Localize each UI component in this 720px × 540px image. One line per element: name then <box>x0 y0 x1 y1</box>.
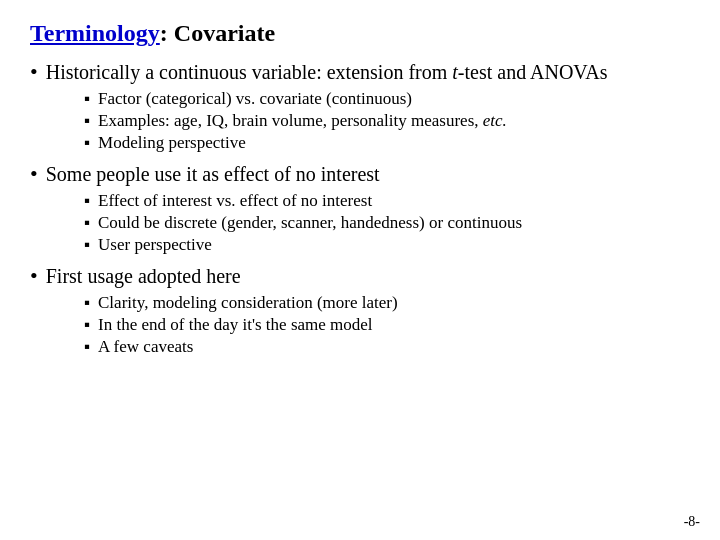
sub-text: Effect of interest vs. effect of no inte… <box>98 191 372 211</box>
sub-bullets-1: ▪ Factor (categorical) vs. covariate (co… <box>84 89 690 153</box>
sub-dash: ▪ <box>84 337 90 357</box>
bullet-section-2: • Some people use it as effect of no int… <box>30 163 690 255</box>
page-title: Terminology: Covariate <box>30 20 690 47</box>
sub-dash: ▪ <box>84 213 90 233</box>
sub-dash: ▪ <box>84 235 90 255</box>
sub-text: Factor (categorical) vs. covariate (cont… <box>98 89 412 109</box>
sub-text: Examples: age, IQ, brain volume, persona… <box>98 111 507 131</box>
list-item: ▪ Factor (categorical) vs. covariate (co… <box>84 89 690 109</box>
bullet-main-text-3: First usage adopted here <box>46 265 241 288</box>
sub-text: In the end of the day it's the same mode… <box>98 315 373 335</box>
sub-dash: ▪ <box>84 111 90 131</box>
list-item: ▪ Modeling perspective <box>84 133 690 153</box>
sub-dash: ▪ <box>84 89 90 109</box>
bullet-dot-2: • <box>30 161 38 187</box>
title-link[interactable]: Terminology <box>30 20 160 46</box>
bullet-section-1: • Historically a continuous variable: ex… <box>30 61 690 153</box>
list-item: ▪ Examples: age, IQ, brain volume, perso… <box>84 111 690 131</box>
bullet-main-text-1: Historically a continuous variable: exte… <box>46 61 608 84</box>
sub-text: User perspective <box>98 235 212 255</box>
title-colon: : <box>160 20 168 46</box>
list-item: ▪ Could be discrete (gender, scanner, ha… <box>84 213 690 233</box>
sub-text: Modeling perspective <box>98 133 246 153</box>
sub-text: Could be discrete (gender, scanner, hand… <box>98 213 522 233</box>
title-rest: Covariate <box>168 20 275 46</box>
page-number: -8- <box>684 514 700 530</box>
bullet-dot-3: • <box>30 263 38 289</box>
list-item: ▪ User perspective <box>84 235 690 255</box>
bullet-main-3: • First usage adopted here <box>30 265 690 289</box>
bullet-main-1: • Historically a continuous variable: ex… <box>30 61 690 85</box>
sub-dash: ▪ <box>84 191 90 211</box>
bullet-main-2: • Some people use it as effect of no int… <box>30 163 690 187</box>
sub-dash: ▪ <box>84 293 90 313</box>
list-item: ▪ In the end of the day it's the same mo… <box>84 315 690 335</box>
sub-bullets-3: ▪ Clarity, modeling consideration (more … <box>84 293 690 357</box>
list-item: ▪ Effect of interest vs. effect of no in… <box>84 191 690 211</box>
list-item: ▪ Clarity, modeling consideration (more … <box>84 293 690 313</box>
sub-dash: ▪ <box>84 315 90 335</box>
sub-text: Clarity, modeling consideration (more la… <box>98 293 398 313</box>
bullet-dot-1: • <box>30 59 38 85</box>
bullet-section-3: • First usage adopted here ▪ Clarity, mo… <box>30 265 690 357</box>
bullet-main-text-2: Some people use it as effect of no inter… <box>46 163 380 186</box>
sub-text: A few caveats <box>98 337 193 357</box>
sub-dash: ▪ <box>84 133 90 153</box>
sub-bullets-2: ▪ Effect of interest vs. effect of no in… <box>84 191 690 255</box>
page: Terminology: Covariate • Historically a … <box>0 0 720 540</box>
list-item: ▪ A few caveats <box>84 337 690 357</box>
